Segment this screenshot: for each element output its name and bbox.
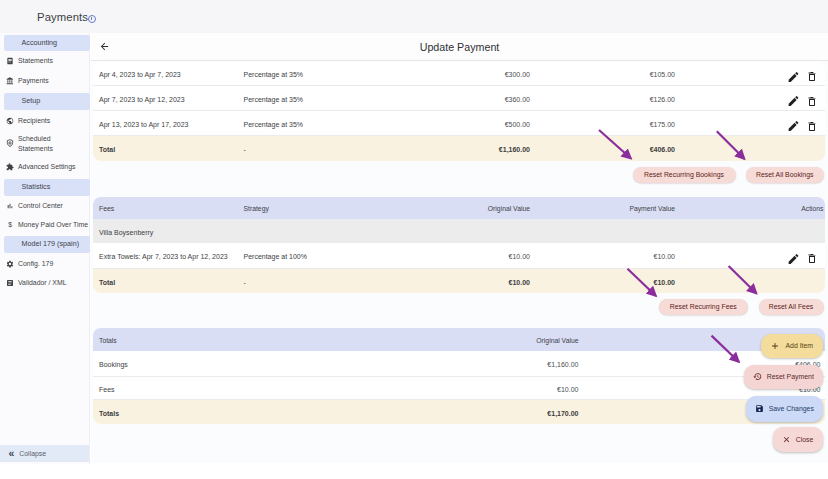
svg-text:$: $ [8, 221, 12, 228]
